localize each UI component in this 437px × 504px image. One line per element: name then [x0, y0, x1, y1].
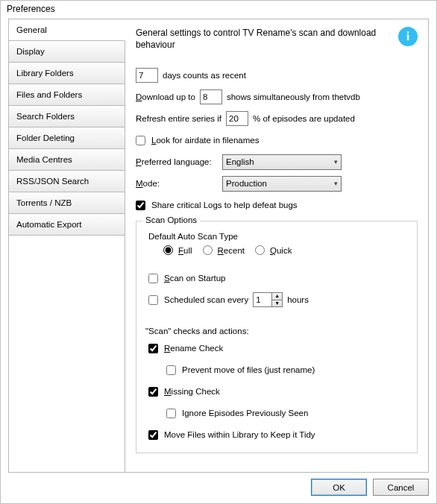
ignore-prev-seen-label[interactable]: Ignore Episodes Previously Seen	[166, 409, 308, 418]
ignore-prev-seen-checkbox[interactable]	[166, 409, 176, 418]
scan-type-full-radio[interactable]	[163, 245, 173, 255]
refresh-prefix: Refresh entire series if	[136, 114, 221, 123]
scan-on-startup-checkbox[interactable]	[148, 274, 158, 283]
sidebar-item-label: Library Folders	[16, 69, 74, 78]
scheduled-suffix: hours	[287, 295, 309, 304]
chevron-down-icon: ▾	[334, 158, 338, 166]
info-icon[interactable]: i	[398, 27, 418, 46]
sidebar-item-torrents-nzb[interactable]: Torrents / NZB	[9, 192, 125, 214]
scheduled-scan-label[interactable]: Scheduled scan every	[148, 295, 248, 305]
sidebar-item-library-folders[interactable]: Library Folders	[9, 63, 125, 84]
content-area: General Display Library Folders Files an…	[1, 19, 436, 473]
sidebar-item-label: Files and Folders	[16, 90, 82, 99]
sidebar-item-label: General	[16, 25, 47, 34]
mode-value: Production	[226, 179, 267, 188]
sidebar-item-label: Search Folders	[16, 112, 75, 121]
scheduled-hours-input[interactable]	[254, 293, 271, 306]
scheduled-scan-checkbox[interactable]	[148, 295, 158, 305]
preferences-window: Preferences General Display Library Fold…	[0, 0, 437, 504]
sidebar-item-rss-json-search[interactable]: RSS/JSON Search	[9, 171, 125, 192]
sidebar-item-media-centres[interactable]: Media Centres	[9, 149, 125, 171]
prevent-move-checkbox[interactable]	[166, 365, 176, 375]
sidebar-item-display[interactable]: Display	[9, 41, 125, 63]
sidebar-item-files-and-folders[interactable]: Files and Folders	[9, 84, 125, 106]
move-tidy-checkbox[interactable]	[148, 430, 158, 440]
mode-select[interactable]: Production ▾	[222, 176, 342, 192]
scan-on-startup-label[interactable]: Scan on Startup	[148, 274, 225, 283]
main-panel: General settings to control TV Rename's …	[125, 19, 429, 473]
sidebar-item-label: Media Centres	[16, 155, 72, 164]
sidebar-item-label: Torrents / NZB	[16, 198, 72, 207]
stepper-up-icon[interactable]: ▲	[272, 293, 282, 300]
sidebar-item-general[interactable]: General	[9, 19, 125, 41]
refresh-suffix: % of episodes are updated	[253, 114, 355, 123]
sidebar-item-label: RSS/JSON Search	[16, 177, 89, 186]
rename-check-label[interactable]: Rename Check	[148, 344, 223, 353]
scan-type-full-radio-label[interactable]: Full	[163, 245, 192, 255]
sidebar: General Display Library Folders Files an…	[8, 19, 125, 473]
preferred-language-select[interactable]: English ▾	[222, 154, 342, 170]
scheduled-prefix: Scheduled scan every	[164, 295, 248, 304]
prevent-move-label[interactable]: Prevent move of files (just rename)	[166, 365, 315, 375]
look-airdate-checkbox-label[interactable]: Look for airdate in filenames	[136, 136, 259, 145]
missing-check-label[interactable]: Missing Check	[148, 387, 220, 397]
default-scan-type-label: Default Auto Scan Type	[148, 232, 408, 241]
move-tidy-text: Move Files within Library to Keep it Tid…	[164, 430, 315, 439]
recent-days-input[interactable]	[136, 68, 158, 83]
download-suffix: shows simultaneously from thetvdb	[227, 92, 360, 101]
stepper-down-icon[interactable]: ▼	[272, 300, 282, 307]
download-prefix-rest: ownload up to	[142, 92, 195, 101]
scan-type-recent-radio[interactable]	[203, 245, 213, 255]
look-airdate-checkbox[interactable]	[136, 136, 145, 145]
scan-options-group: Scan Options Default Auto Scan Type Full…	[136, 221, 418, 453]
share-logs-checkbox-label[interactable]: Share critical Logs to help defeat bugs	[136, 201, 298, 210]
ignore-prev-seen-text: Ignore Episodes Previously Seen	[182, 409, 308, 418]
rename-check-checkbox[interactable]	[148, 344, 158, 353]
sidebar-item-label: Automatic Export	[16, 220, 82, 229]
share-logs-checkbox[interactable]	[136, 201, 145, 210]
sidebar-item-label: Display	[16, 47, 45, 56]
preferred-language-value: English	[226, 157, 254, 166]
move-tidy-label[interactable]: Move Files within Library to Keep it Tid…	[148, 430, 315, 440]
scan-options-legend: Scan Options	[142, 215, 200, 224]
scan-type-recent-radio-label[interactable]: Recent	[203, 245, 245, 255]
share-logs-text: Share critical Logs to help defeat bugs	[151, 201, 298, 210]
scan-type-quick-radio-label[interactable]: Quick	[255, 245, 292, 255]
sidebar-item-automatic-export[interactable]: Automatic Export	[9, 214, 125, 236]
sidebar-item-search-folders[interactable]: Search Folders	[9, 106, 125, 127]
download-simultaneous-input[interactable]	[200, 89, 222, 104]
refresh-percent-input[interactable]	[226, 111, 248, 126]
missing-check-checkbox[interactable]	[148, 387, 158, 397]
checks-actions-label: "Scan" checks and actions:	[145, 327, 408, 336]
prevent-move-text: Prevent move of files (just rename)	[182, 365, 315, 374]
sidebar-item-folder-deleting[interactable]: Folder Deleting	[9, 127, 125, 149]
scan-type-quick-radio[interactable]	[255, 245, 265, 255]
recent-days-suffix: days counts as recent	[163, 71, 246, 80]
window-title: Preferences	[1, 1, 436, 19]
sidebar-item-label: Folder Deleting	[16, 133, 75, 142]
scheduled-hours-stepper[interactable]: ▲ ▼	[253, 292, 283, 307]
description-text: General settings to control TV Rename's …	[136, 27, 418, 51]
button-bar: OK Cancel	[1, 473, 436, 503]
chevron-down-icon: ▾	[334, 180, 338, 187]
sidebar-filler	[9, 236, 125, 472]
cancel-button[interactable]: Cancel	[373, 479, 429, 496]
ok-button[interactable]: OK	[311, 479, 367, 496]
